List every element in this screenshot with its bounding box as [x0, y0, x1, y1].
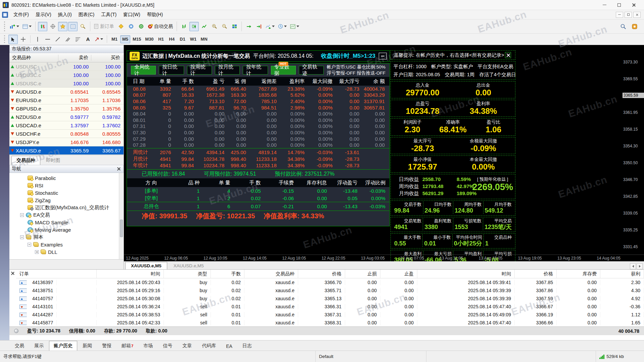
- minus-expand-icon[interactable]: [20, 213, 24, 217]
- terminal-close-icon[interactable]: [10, 271, 15, 276]
- navigator-item[interactable]: Examples: [9, 241, 124, 248]
- terminal-tab-代码库[interactable]: 代码库: [197, 341, 221, 351]
- navigator-item[interactable]: ZigZag: [9, 196, 124, 204]
- terminal-toggle[interactable]: [68, 22, 78, 31]
- market-watch-row[interactable]: AUDUSD.e0.655410.65545: [9, 88, 124, 96]
- minus-expand-icon[interactable]: [20, 235, 24, 239]
- strategy-tester-button[interactable]: [78, 22, 88, 31]
- cursor-tool-button[interactable]: [8, 35, 18, 44]
- ea-stats-button-专业数据[interactable]: 专业数据HOT: [271, 66, 296, 75]
- toolbar-grip[interactable]: [4, 35, 6, 43]
- window-minimize-button[interactable]: [597, 0, 612, 10]
- ea-stats-button-按年统计[interactable]: 按年统计: [243, 66, 268, 75]
- chart-tab-1[interactable]: XAUUSD.e,M5: [168, 262, 210, 269]
- timeframe-button-H1[interactable]: H1: [156, 35, 166, 43]
- fibonacci-tool-button[interactable]: [73, 35, 83, 44]
- order-row[interactable]: 441407572025.08.14 05:30:08buy0.02xauusd…: [16, 295, 644, 303]
- timeframe-button-M5[interactable]: M5: [120, 35, 130, 43]
- tab-scroll-left-button[interactable]: [630, 263, 636, 269]
- timeframe-button-W1[interactable]: W1: [188, 35, 198, 43]
- menu-item-帮助(H)[interactable]: 帮助(H): [144, 10, 166, 18]
- terminal-tab-市场[interactable]: 市场: [139, 341, 157, 351]
- timeframe-button-M1[interactable]: M1: [109, 35, 120, 43]
- navigator-item[interactable]: Stochastic: [9, 189, 124, 196]
- order-row[interactable]: 441458772025.08.14 05:42:33sell0.01xauus…: [16, 319, 644, 327]
- menu-item-显示(V)[interactable]: 显示(V): [32, 10, 55, 18]
- search-button[interactable]: [618, 22, 628, 31]
- horizontal-line-tool-button[interactable]: [43, 35, 52, 44]
- text-tool-button[interactable]: A: [83, 35, 93, 44]
- zoom-out-button[interactable]: [220, 22, 229, 31]
- line-chart-button[interactable]: [199, 22, 209, 31]
- crosshair-tool-button[interactable]: [18, 35, 28, 44]
- terminal-tab-日志[interactable]: 日志: [238, 341, 257, 351]
- scrollbar-thumb[interactable]: [120, 220, 123, 237]
- ea-stats-button-交易轨迹[interactable]: 交易轨迹: [299, 66, 324, 75]
- arrows-tool-button[interactable]: [93, 35, 104, 44]
- timeframe-button-M15[interactable]: M15: [131, 35, 143, 43]
- navigator-item[interactable]: Moving Average: [9, 226, 124, 233]
- navigator-item[interactable]: MACD Sample: [9, 219, 124, 226]
- timeframe-button-H4[interactable]: H4: [167, 35, 177, 43]
- market-watch-row[interactable]: USDJPY.e146.676146.680: [9, 138, 124, 146]
- menu-item-窗口(W)[interactable]: 窗口(W): [120, 10, 144, 18]
- menu-item-图表(C)[interactable]: 图表(C): [75, 10, 98, 18]
- tile-windows-button[interactable]: [230, 22, 239, 31]
- menu-item-文件(F)[interactable]: 文件(F): [10, 10, 32, 18]
- terminal-tab-邮箱[interactable]: 邮箱7: [117, 341, 138, 351]
- order-row[interactable]: 441387512025.08.14 05:29:16buy0.02xauusd…: [16, 286, 644, 295]
- ea-stats-button-全局统计[interactable]: 全局统计: [131, 66, 156, 75]
- chart-area[interactable]: FX DATA 迈汇数据 | MyfxData.cn 统计分析每一笔交易 平台时…: [124, 45, 644, 261]
- terminal-tab-EA[interactable]: EA: [221, 342, 237, 351]
- timeframe-button-D1[interactable]: D1: [178, 35, 188, 43]
- market-watch-row[interactable]: EURUSD.e1.170351.17036: [9, 96, 124, 104]
- market-watch-tab-交易品种[interactable]: 交易品种: [11, 156, 40, 165]
- minus-expand-icon[interactable]: [28, 243, 31, 246]
- zoom-in-button[interactable]: [210, 22, 219, 31]
- market-watch-row[interactable]: USDCAD.e1.375971.37602: [9, 121, 124, 130]
- order-row[interactable]: 441442872025.08.14 05:38:53sell0.01xauus…: [16, 311, 644, 319]
- ea-stats-button-按月统计[interactable]: 按月统计: [215, 66, 240, 75]
- toolbar-grip[interactable]: [4, 21, 6, 31]
- market-watch-row[interactable]: USDUSC.c100.00100.00: [9, 71, 124, 79]
- tab-scroll-right-button[interactable]: [637, 263, 643, 269]
- bar-chart-button[interactable]: [179, 22, 189, 31]
- market-watch-row[interactable]: USDUSC100.00100.00: [9, 62, 124, 71]
- mql5-community-button[interactable]: [630, 22, 639, 31]
- ea-stats-button-按周统计[interactable]: 按周统计: [187, 66, 212, 75]
- trendline-tool-button[interactable]: [53, 35, 62, 44]
- navigator-item[interactable]: 迈汇数据(MyfxData.cn)_交易统计: [9, 204, 124, 211]
- timeframe-button-MN[interactable]: MN: [199, 35, 209, 43]
- new-order-button[interactable]: 新订单: [93, 22, 116, 31]
- market-watch-row[interactable]: NZDUSD.e0.597770.59782: [9, 113, 124, 121]
- status-connection[interactable]: 529/4 kb: [596, 351, 644, 362]
- timeframe-button-M30[interactable]: M30: [143, 35, 155, 43]
- terminal-tab-展示[interactable]: 展示: [30, 341, 48, 351]
- market-watch-row[interactable]: GBPUSD.e1.357501.35756: [9, 104, 124, 113]
- terminal-tab-交易[interactable]: 交易: [10, 341, 29, 351]
- ea-stats-button-按日统计[interactable]: 按日统计: [159, 66, 184, 75]
- terminal-tab-账户历史[interactable]: 账户历史: [49, 341, 77, 351]
- vertical-line-tool-button[interactable]: [33, 35, 42, 44]
- menu-item-工具(T)[interactable]: 工具(T): [98, 10, 120, 18]
- metaeditor-button[interactable]: [116, 22, 126, 31]
- child-close-button[interactable]: [633, 12, 641, 18]
- data-window-button[interactable]: [48, 22, 57, 31]
- market-watch-row[interactable]: USDUSC.e100.00100.00: [9, 79, 124, 88]
- options-button[interactable]: [126, 22, 136, 31]
- window-maximize-button[interactable]: [612, 0, 627, 10]
- navigator-close-icon[interactable]: [117, 167, 121, 171]
- indicators-button[interactable]: [264, 22, 276, 31]
- order-row[interactable]: 441363972025.08.14 05:20:43buy0.02xauusd…: [16, 278, 644, 286]
- market-watch-row[interactable]: XAUUSD.e3365.593365.67: [9, 146, 124, 155]
- new-chart-button[interactable]: [8, 22, 20, 31]
- profiles-button[interactable]: [21, 22, 33, 31]
- market-watch-tab-即时图[interactable]: 即时图: [41, 156, 65, 165]
- terminal-tab-新闻[interactable]: 新闻: [78, 341, 97, 351]
- child-minimize-button[interactable]: [616, 12, 623, 18]
- terminal-tab-警报[interactable]: 警报: [97, 341, 116, 351]
- plus-expand-icon[interactable]: [35, 250, 39, 254]
- chart-tab-0[interactable]: XAUUSD.e,M5: [125, 262, 167, 269]
- navigator-item[interactable]: 脚本: [9, 233, 124, 241]
- notice-close-icon[interactable]: [505, 52, 511, 58]
